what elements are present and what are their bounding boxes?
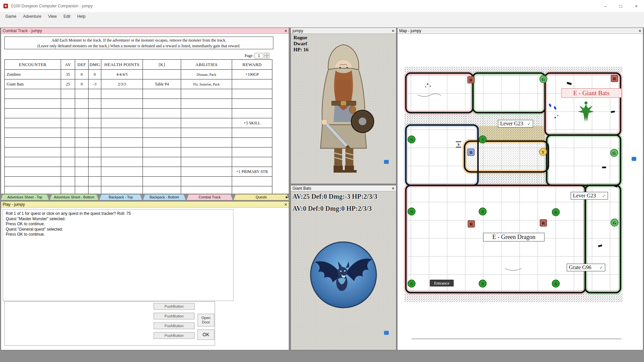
map-marker-s[interactable]: S [479,208,486,215]
play-log[interactable]: Roll 1 of 1 for quest or click on any qu… [3,209,233,301]
tab-adventure-sheet-top[interactable]: Adventure Sheet - Top [1,194,49,200]
app-icon-glyph: ◆ [5,4,7,8]
map-marker-b[interactable]: B [468,149,474,156]
col-dmg: DMG [89,60,101,70]
log-line: Quest "Master Monster" selected. [6,217,230,222]
monster-portrait [309,240,378,309]
svg-text:E - Giant Bats: E - Giant Bats [573,89,609,97]
combat-track-close-icon[interactable]: × [284,28,287,33]
minimize-button[interactable]: – [598,0,613,12]
map-marker-s[interactable]: S [408,280,415,287]
map-marker-s[interactable]: S [408,208,415,215]
menu-edit[interactable]: Edit [60,13,74,19]
map-close-icon[interactable]: × [639,28,641,33]
combat-row[interactable]: +1 PRIMARY STR [5,167,272,177]
svg-text:✓: ✓ [602,193,606,198]
col-k: [K] [143,60,181,70]
combat-row[interactable]: +5 SKILL [5,118,272,128]
combat-instructions-line2: (Leave only defeated monsters on the tra… [5,43,273,49]
ok-button[interactable]: OK [198,329,214,340]
col-encounter: ENCOUNTER [5,60,61,70]
map-label-entrance[interactable]: Entrance [430,280,453,286]
combat-row[interactable] [5,89,272,99]
map-marker-s[interactable]: S [408,136,415,143]
svg-text:Y: Y [541,149,545,155]
play-close-icon[interactable]: × [284,202,287,207]
maximize-button[interactable]: □ [613,0,629,12]
map-marker-g[interactable]: G [610,149,618,157]
map-marker-s[interactable]: S [552,280,559,287]
character-titlebar: jumpy × [291,28,396,34]
svg-text:S: S [410,281,413,286]
svg-text:S: S [554,281,557,286]
svg-text:S: S [481,137,484,142]
spin-down-icon[interactable]: ▼ [264,56,269,59]
map-label-grate[interactable]: Grate G96 ✓ [567,264,605,271]
menu-game[interactable]: Game [2,13,20,19]
tab-backpack-bottom[interactable]: Backpack - Bottom [143,194,186,200]
push-button-3[interactable]: PushButton [154,322,195,329]
menu-adventure[interactable]: Adventure [20,13,45,19]
map-marker-r[interactable]: R [540,220,547,226]
combat-track-body: Add Each Monster to the track. If the ad… [1,34,289,194]
combat-row[interactable]: Giant Bats250-32/3/3Table P4Fly, Surpris… [5,79,272,89]
svg-text:✓: ✓ [527,121,531,126]
page-input[interactable] [255,53,263,59]
page-spinner: ▲▼ [264,53,269,59]
map-marker-s[interactable]: S [479,136,486,143]
svg-text:Entrance: Entrance [434,281,449,286]
open-door-button[interactable]: Open Door [198,314,214,326]
combat-row[interactable] [5,138,272,147]
monster-titlebar: Giant Bats × [291,185,396,191]
map-scroll-thumb[interactable] [632,157,636,161]
monster-scroll-thumb[interactable] [384,331,389,335]
combat-track-titlebar: Combat Track - jumpy × [1,28,289,34]
character-close-icon[interactable]: × [392,28,394,33]
dungeon-map[interactable]: S R R R R G G G Y B S S S S S S S S [397,34,643,350]
combat-row[interactable] [5,128,272,138]
monster-close-icon[interactable]: × [392,186,394,191]
svg-text:G: G [613,220,616,225]
map-label-lever-right[interactable]: Lever G23 ✓ [571,192,608,199]
push-button-4[interactable]: PushButton [154,332,195,339]
map-marker-g[interactable]: G [611,219,618,226]
tab-combat-track[interactable]: Combat Track [186,194,233,200]
character-race: Dwarf [293,41,309,47]
tab-adventure-sheet-bottom[interactable]: Adventure Sheet - Bottom [50,194,99,200]
combat-table: ENCOUNTER AV DEF DMG HEALTH POINTS [K] A… [4,59,272,194]
monster-title: Giant Bats [292,186,311,191]
combat-row[interactable] [5,157,272,167]
tab-backpack-top[interactable]: Backpack - Top [99,194,142,200]
svg-text:S: S [481,209,484,214]
combat-row[interactable] [5,147,272,157]
combat-row[interactable]: Zombies35004/4/4/5Disease, Pack+100GP [5,70,272,79]
push-button-1[interactable]: PushButton [154,303,195,310]
map-marker-g[interactable]: G [540,75,547,83]
close-button[interactable]: × [629,0,644,12]
map-marker-r[interactable]: R [468,76,474,83]
svg-text:✓: ✓ [599,265,603,270]
tab-quests[interactable]: Quests [233,194,289,200]
map-panel: Map - jumpy × [397,27,643,350]
map-marker-s[interactable]: S [479,280,486,287]
map-label-giant-bats[interactable]: E - Giant Bats [561,88,622,98]
map-label-green-dragon[interactable]: E - Green Dragon [483,233,544,241]
map-marker-s[interactable]: S [552,208,559,216]
menu-view[interactable]: View [45,13,60,19]
page-label: Page: [245,53,254,58]
map-label-lever-top[interactable]: Lever G23 ✓ [498,120,533,127]
combat-row[interactable] [5,177,272,186]
map-marker-r[interactable]: R [611,75,618,82]
svg-text:G: G [612,150,616,156]
map-marker-r[interactable]: R [468,221,475,227]
map-marker-y[interactable]: Y [539,148,547,156]
spin-up-icon[interactable]: ▲ [264,53,269,56]
menu-help[interactable]: Help [74,13,89,19]
tab-scroll-right-icon[interactable]: ▶ [286,195,288,199]
push-button-2[interactable]: PushButton [154,313,195,319]
character-scroll-thumb[interactable] [384,160,389,164]
combat-row[interactable] [5,109,272,118]
combat-row[interactable] [5,99,272,109]
character-portrait [304,37,383,181]
combat-row[interactable] [5,186,272,194]
